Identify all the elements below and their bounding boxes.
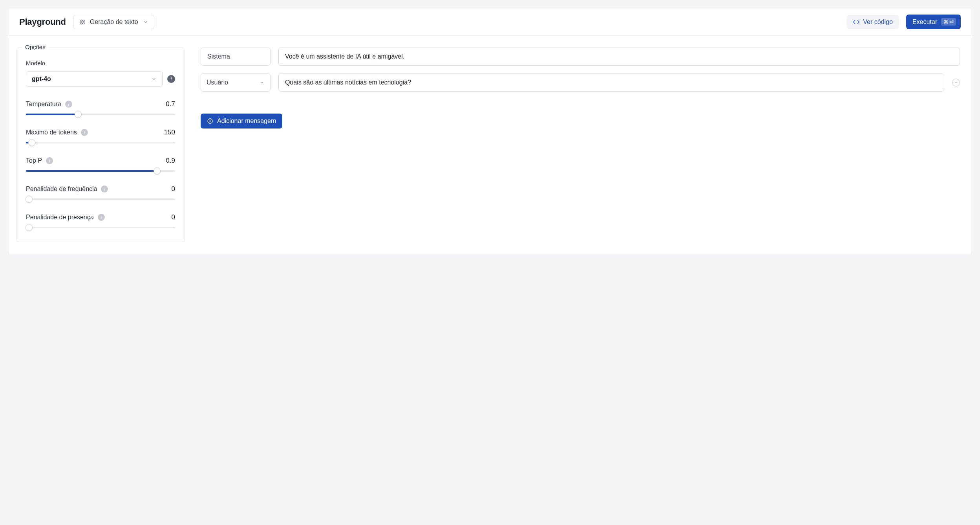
- slider-thumb[interactable]: [26, 224, 33, 231]
- run-button[interactable]: Executar ⌘ ⏎: [906, 15, 961, 29]
- view-code-button[interactable]: Ver código: [847, 15, 899, 29]
- cmd-icon: ⌘: [943, 19, 949, 25]
- view-code-label: Ver código: [863, 18, 893, 26]
- remove-message-button[interactable]: [952, 79, 960, 86]
- model-label: Modelo: [26, 60, 175, 66]
- slider-block: Máximo de tokensi150: [26, 128, 175, 143]
- slider-block: Penalidade de presençai0: [26, 213, 175, 228]
- slider-value: 0: [172, 185, 175, 193]
- role-label: Sistema: [201, 48, 271, 66]
- chevron-down-icon: [151, 76, 157, 82]
- mode-select[interactable]: Geração de texto: [73, 15, 154, 29]
- slider[interactable]: [26, 227, 175, 228]
- role-text: Usuário: [207, 79, 228, 86]
- slider-label: Top Pi: [26, 157, 53, 164]
- slider-label-text: Máximo de tokens: [26, 129, 77, 136]
- info-icon[interactable]: i: [81, 129, 88, 136]
- add-message-label: Adicionar mensagem: [217, 117, 276, 125]
- mode-select-label: Geração de texto: [90, 18, 138, 26]
- run-shortcut-badge: ⌘ ⏎: [941, 18, 956, 26]
- messages-area: SistemaVocê é um assistente de IA útil e…: [201, 48, 960, 128]
- info-icon[interactable]: i: [98, 214, 105, 221]
- content: Opções Modelo gpt-4o i Temperaturai0.7Má…: [8, 36, 972, 254]
- slider[interactable]: [26, 198, 175, 200]
- slider-label-text: Penalidade de presença: [26, 214, 94, 221]
- message-content: Você é um assistente de IA útil e amigáv…: [285, 53, 404, 60]
- plus-circle-icon: [207, 118, 213, 124]
- chevron-down-icon: [143, 19, 148, 25]
- message-input[interactable]: Quais são as últimas notícias em tecnolo…: [278, 73, 944, 92]
- slider[interactable]: [26, 170, 175, 172]
- message-content: Quais são as últimas notícias em tecnolo…: [285, 79, 411, 86]
- info-icon[interactable]: i: [65, 101, 72, 108]
- slider-thumb[interactable]: [154, 167, 161, 174]
- slider-block: Temperaturai0.7: [26, 100, 175, 115]
- model-select[interactable]: gpt-4o: [26, 71, 163, 87]
- slider-label-text: Temperatura: [26, 101, 61, 108]
- slider-thumb[interactable]: [26, 196, 33, 203]
- slider-value: 0.7: [166, 100, 175, 108]
- role-text: Sistema: [207, 53, 230, 60]
- add-message-button[interactable]: Adicionar mensagem: [201, 114, 282, 128]
- info-icon[interactable]: i: [167, 75, 175, 83]
- model-field: Modelo gpt-4o i: [26, 60, 175, 87]
- slider-value: 150: [164, 128, 175, 136]
- slider-label: Máximo de tokensi: [26, 129, 88, 136]
- slider-thumb[interactable]: [75, 111, 82, 118]
- message-row: SistemaVocê é um assistente de IA útil e…: [201, 48, 960, 66]
- page-title: Playground: [19, 17, 66, 27]
- slider-block: Penalidade de frequênciai0: [26, 185, 175, 200]
- message-row: UsuárioQuais são as últimas notícias em …: [201, 73, 960, 92]
- slider[interactable]: [26, 142, 175, 143]
- slider-label: Temperaturai: [26, 101, 72, 108]
- slider[interactable]: [26, 114, 175, 115]
- slider-block: Top Pi0.9: [26, 157, 175, 172]
- code-icon: [853, 18, 860, 26]
- slider-label: Penalidade de frequênciai: [26, 185, 108, 193]
- chevron-down-icon: [259, 80, 265, 85]
- info-icon[interactable]: i: [101, 185, 108, 193]
- role-select[interactable]: Usuário: [201, 73, 271, 92]
- slider-label: Penalidade de presençai: [26, 214, 105, 221]
- options-legend: Opções: [22, 44, 49, 50]
- playground-panel: Playground Geração de texto Ver código: [8, 8, 972, 254]
- info-icon[interactable]: i: [46, 157, 53, 164]
- slider-label-text: Top P: [26, 157, 42, 164]
- message-input[interactable]: Você é um assistente de IA útil e amigáv…: [278, 48, 960, 66]
- slider-label-text: Penalidade de frequência: [26, 185, 97, 193]
- model-value: gpt-4o: [32, 75, 51, 83]
- run-label: Executar: [912, 18, 937, 26]
- slider-thumb[interactable]: [28, 139, 35, 146]
- topbar: Playground Geração de texto Ver código: [8, 8, 972, 36]
- enter-icon: ⏎: [949, 19, 954, 25]
- svg-point-2: [82, 21, 83, 22]
- slider-value: 0.9: [166, 157, 175, 165]
- options-panel: Opções Modelo gpt-4o i Temperaturai0.7Má…: [16, 48, 185, 242]
- slider-value: 0: [172, 213, 175, 221]
- atom-icon: [79, 18, 86, 26]
